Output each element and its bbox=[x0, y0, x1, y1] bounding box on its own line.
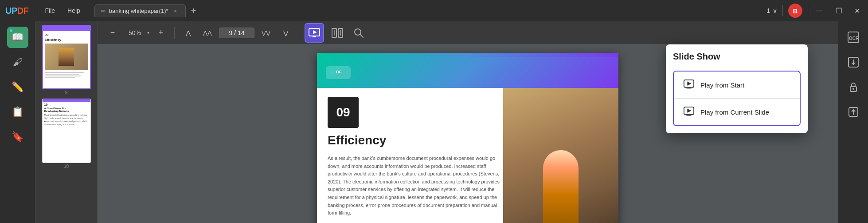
zoom-arrow-icon[interactable]: ▾ bbox=[147, 30, 149, 35]
lock-button[interactable] bbox=[843, 76, 864, 98]
nav-last-button[interactable]: ⋁ bbox=[278, 25, 293, 41]
thumb-lines bbox=[45, 72, 88, 78]
right-sidebar: OCR bbox=[838, 21, 868, 223]
pdf-body-text: As a result, the bank's cumbersome docum… bbox=[328, 155, 505, 217]
search-button[interactable] bbox=[351, 25, 367, 41]
zoom-in-button[interactable]: + bbox=[153, 25, 169, 41]
ocr-button[interactable]: OCR bbox=[843, 27, 864, 48]
pdf-gradient-bar bbox=[317, 53, 618, 57]
svg-text:OCR: OCR bbox=[849, 36, 859, 41]
page-nav-value: 1 bbox=[766, 7, 770, 14]
organize-icon: 📋 bbox=[12, 106, 23, 118]
thumb-image bbox=[45, 44, 88, 70]
thumbnail-page10[interactable]: 10 A Good News ForDeveloping Nations Mos… bbox=[42, 99, 91, 163]
new-tab-button[interactable]: + bbox=[188, 4, 200, 17]
sidebar-item-edit[interactable]: ✏️ bbox=[7, 76, 28, 98]
play-current-icon bbox=[683, 106, 695, 118]
tab-name: banking whitepapar(1)* bbox=[109, 8, 168, 14]
menu-bar: File Help bbox=[39, 5, 85, 16]
nav-last-icon: ⋁ bbox=[283, 29, 288, 36]
tab-area: ✏ banking whitepapar(1)* × + bbox=[94, 4, 761, 17]
nav-first-icon: ⋀ bbox=[186, 29, 191, 36]
tab-close-button[interactable]: × bbox=[172, 8, 179, 15]
compress-button[interactable] bbox=[843, 52, 864, 73]
page-nav: 1 ∨ bbox=[766, 7, 777, 14]
tab-edit-icon: ✏ bbox=[101, 8, 106, 14]
play-from-current-option[interactable]: Play from Current Slide bbox=[674, 99, 800, 125]
toolbar-divider2 bbox=[299, 27, 299, 39]
play-start-icon bbox=[683, 79, 695, 91]
thumb9-pagenum: 9 bbox=[65, 90, 68, 95]
app-logo: UPDF bbox=[5, 6, 28, 16]
window-controls: — ❐ ✕ bbox=[813, 6, 863, 16]
page-control: 9 / 14 bbox=[219, 28, 254, 38]
thumb-page-title: Efficiency bbox=[45, 38, 88, 42]
thumb-header-bar bbox=[43, 26, 90, 31]
bookmark-icon: 🔖 bbox=[12, 131, 23, 143]
thumb-page10: 10 A Good News ForDeveloping Nations Mos… bbox=[42, 99, 91, 169]
nav-prev-button[interactable]: ⋀⋀ bbox=[199, 25, 215, 41]
page-nav-btn[interactable]: ∨ bbox=[773, 7, 777, 14]
slideshow-title: Slide Show bbox=[673, 52, 801, 65]
lock-icon bbox=[847, 81, 860, 93]
compare-icon bbox=[332, 28, 343, 38]
thumb10-body: Most financial institutions are willing … bbox=[44, 114, 89, 126]
play-from-start-label: Play from Start bbox=[700, 81, 744, 89]
compare-button[interactable] bbox=[328, 23, 347, 43]
thumbnail-panel: 09 Efficiency 9 bbox=[35, 21, 98, 223]
active-tab[interactable]: ✏ banking whitepapar(1)* × bbox=[94, 4, 186, 17]
pdf-page: UP DF 09 Efficiency As a result, the ban… bbox=[317, 53, 618, 223]
sidebar-item-brush[interactable]: 🖌 bbox=[7, 52, 28, 73]
main-area: 📖 🖌 ✏️ 📋 🔖 09 Efficiency bbox=[0, 21, 868, 223]
play-from-current-label: Play from Current Slide bbox=[700, 108, 769, 116]
svg-marker-21 bbox=[851, 63, 856, 65]
svg-marker-15 bbox=[687, 109, 691, 113]
restore-button[interactable]: ❐ bbox=[833, 6, 845, 16]
export-button[interactable] bbox=[843, 101, 864, 123]
minimize-button[interactable]: — bbox=[813, 6, 826, 16]
pdf-updf-logo: UP DF bbox=[326, 66, 351, 79]
pdf-header: UP DF bbox=[317, 57, 618, 88]
close-button[interactable]: ✕ bbox=[852, 6, 863, 16]
sidebar-item-organize[interactable]: 📋 bbox=[7, 101, 28, 123]
edit-icon: ✏️ bbox=[12, 81, 23, 93]
play-circle-icon bbox=[683, 79, 695, 91]
nav-next-button[interactable]: ⋁⋁ bbox=[258, 25, 274, 41]
page-box[interactable]: 9 / 14 bbox=[219, 28, 254, 38]
user-avatar[interactable]: B bbox=[788, 4, 802, 18]
help-menu[interactable]: Help bbox=[62, 5, 86, 16]
play-from-start-option[interactable]: Play from Start bbox=[674, 72, 800, 99]
slideshow-dropdown: Slide Show Play from Start bbox=[666, 44, 808, 133]
zoom-value[interactable]: 50% bbox=[124, 28, 145, 37]
left-sidebar: 📖 🖌 ✏️ 📋 🔖 bbox=[0, 21, 35, 223]
pdf-page-number: 09 bbox=[328, 97, 359, 128]
toolbar: − 50% ▾ + ⋀ ⋀⋀ 9 / 14 bbox=[98, 21, 838, 44]
sidebar-item-bookmark[interactable]: 🔖 bbox=[7, 126, 28, 147]
content-area: − 50% ▾ + ⋀ ⋀⋀ 9 / 14 bbox=[98, 21, 838, 223]
svg-line-8 bbox=[360, 34, 363, 37]
slideshow-icon bbox=[309, 28, 320, 38]
zoom-out-button[interactable]: − bbox=[105, 25, 121, 41]
compress-icon bbox=[847, 56, 860, 68]
divider2 bbox=[782, 5, 783, 16]
sidebar-item-reader[interactable]: 📖 bbox=[7, 27, 28, 48]
thumbnail-page9[interactable]: 09 Efficiency bbox=[42, 25, 91, 89]
zoom-in-icon: + bbox=[159, 28, 164, 37]
slideshow-button[interactable] bbox=[305, 23, 324, 43]
svg-marker-12 bbox=[687, 82, 691, 86]
brush-icon: 🖌 bbox=[13, 56, 23, 68]
svg-text:DF: DF bbox=[336, 70, 342, 74]
slideshow-options-box: Play from Start Play from Current Slide bbox=[673, 71, 801, 126]
nav-next-icon: ⋁⋁ bbox=[262, 30, 270, 36]
ocr-icon: OCR bbox=[846, 30, 860, 44]
thumb-page-num-label: 09 bbox=[45, 33, 88, 37]
page-current: 9 bbox=[229, 29, 232, 36]
title-bar: UPDF File Help ✏ banking whitepapar(1)* … bbox=[0, 0, 868, 21]
export-icon bbox=[847, 106, 860, 118]
search-icon bbox=[354, 28, 364, 38]
nav-first-button[interactable]: ⋀ bbox=[180, 25, 196, 41]
file-menu[interactable]: File bbox=[39, 5, 60, 16]
play-current-circle-icon bbox=[683, 106, 695, 118]
divider3 bbox=[808, 5, 808, 16]
zoom-out-icon: − bbox=[110, 28, 115, 37]
